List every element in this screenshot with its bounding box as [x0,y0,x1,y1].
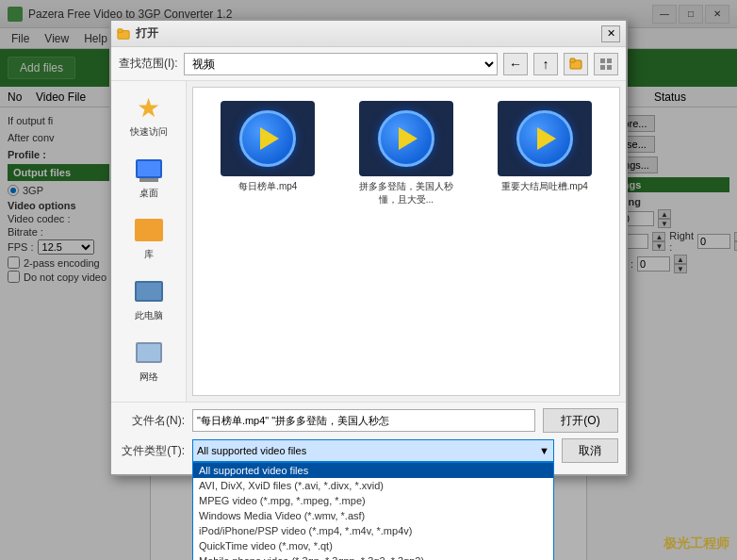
sidebar-item-library[interactable]: 库 [115,211,182,265]
nav-new-folder-button[interactable] [564,53,588,75]
file-name: 拼多多登陆，美国人秒懂，且大受... [359,180,453,206]
file-thumbnail [498,101,592,176]
filetype-option-mobile[interactable]: Mobile phone video (*.3gp, *.3gpp, *.3g2… [193,553,553,560]
desktop-icon [136,159,162,178]
sidebar-item-desktop[interactable]: 桌面 [115,150,182,204]
desktop-icon-container [134,154,164,184]
svg-rect-7 [607,65,612,70]
library-icon-container [134,215,164,245]
dialog-bottom: 文件名(N): 打开(O) 文件类型(T): All supported vid… [111,402,626,474]
svg-rect-3 [570,58,575,62]
filetype-dropdown: All supported video files ▼ All supporte… [192,439,554,462]
dropdown-arrow-icon: ▼ [539,445,549,456]
filetype-label: 文件类型(T): [119,443,185,459]
filetype-selected-text: All supported video files [197,445,306,456]
filename-input[interactable] [192,409,535,432]
filetype-option-wmv[interactable]: Windows Media Video (*.wmv, *.asf) [193,508,553,523]
network-icon-container [134,338,164,368]
filetype-option-ipod[interactable]: iPod/iPhone/PSP video (*.mp4, *.m4v, *.m… [193,523,553,538]
file-item[interactable]: 每日榜单.mp4 [203,97,334,210]
file-name: 每日榜单.mp4 [238,180,297,193]
location-select[interactable]: 视频 [184,53,498,75]
play-triangle [537,127,556,150]
dialog-toolbar: 查找范围(I): 视频 ← ↑ [111,47,626,81]
dialog-title-bar: 打开 ✕ [111,21,626,47]
svg-rect-1 [118,28,123,32]
play-circle [239,110,296,167]
computer-label: 此电脑 [135,309,163,322]
filetype-row: 文件类型(T): All supported video files ▼ All… [119,438,618,463]
computer-icon [135,281,163,302]
svg-rect-5 [607,58,612,63]
filetype-option-mpeg[interactable]: MPEG video (*.mpg, *.mpeg, *.mpe) [193,493,553,508]
dialog-overlay: 打开 ✕ 查找范围(I): 视频 ← ↑ [0,0,737,560]
file-thumbnail [359,101,453,176]
dialog-title: 打开 [136,25,158,41]
filename-row: 文件名(N): 打开(O) [119,408,618,433]
file-item[interactable]: 重要大结局吐槽.mp4 [479,97,610,210]
app-window: Pazera Free Video to 3GP Converter 1.2 —… [0,0,737,560]
dialog-body: ★ 快速访问 桌面 库 [111,81,626,402]
play-circle [378,110,434,167]
play-circle [516,110,573,167]
filename-label: 文件名(N): [119,413,185,429]
quick-access-label: 快速访问 [130,125,168,139]
file-name: 重要大结局吐槽.mp4 [501,180,588,193]
file-open-dialog: 打开 ✕ 查找范围(I): 视频 ← ↑ [109,19,628,476]
filetype-dropdown-list: All supported video files AVI, DivX, Xvi… [192,462,554,560]
file-thumbnail [221,101,315,176]
network-label: 网络 [139,371,158,384]
open-button[interactable]: 打开(O) [543,408,618,433]
cancel-button[interactable]: 取消 [562,438,618,463]
dialog-close-button[interactable]: ✕ [601,25,620,42]
file-item[interactable]: 拼多多登陆，美国人秒懂，且大受... [341,97,472,210]
play-triangle [260,127,279,150]
sidebar-item-network[interactable]: 网络 [115,334,182,387]
sidebar-item-computer[interactable]: 此电脑 [115,272,182,326]
filetype-option-all-selected[interactable]: All supported video files [193,463,553,478]
filetype-option-qt[interactable]: QuickTime video (*.mov, *.qt) [193,538,553,553]
play-triangle [399,127,418,150]
computer-icon-container [134,276,164,306]
nav-back-button[interactable]: ← [503,53,528,75]
library-label: 库 [144,248,154,261]
sidebar-item-quick-access[interactable]: ★ 快速访问 [115,89,182,142]
filetype-selected[interactable]: All supported video files ▼ [192,439,554,462]
desktop-label: 桌面 [139,187,158,200]
nav-up-button[interactable]: ↑ [533,53,558,75]
filetype-option-avi[interactable]: AVI, DivX, XviD files (*.avi, *.divx, *.… [193,478,553,493]
quick-access-icon: ★ [134,92,164,123]
library-icon [135,219,163,241]
dialog-icon [117,27,130,41]
svg-rect-4 [600,58,605,63]
star-icon: ★ [137,92,160,124]
svg-rect-6 [600,65,605,70]
view-icon [599,58,613,71]
network-icon [136,342,162,363]
file-area: 每日榜单.mp4 拼多多登陆，美国人秒懂，且大受... [192,87,620,396]
view-options-button[interactable] [594,53,618,75]
dialog-sidebar: ★ 快速访问 桌面 库 [111,81,187,402]
new-folder-icon [569,58,582,71]
dialog-title-left: 打开 [117,25,158,41]
location-label: 查找范围(I): [119,56,178,72]
